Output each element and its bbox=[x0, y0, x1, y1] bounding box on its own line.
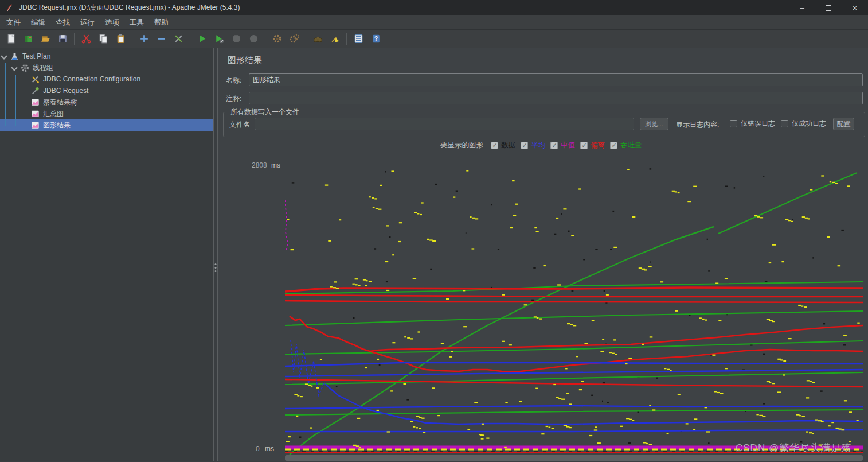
tree-item-察看结果树[interactable]: 察看结果树 bbox=[0, 96, 213, 108]
graph-option-4: 吞吐量 bbox=[610, 141, 642, 150]
graph-option-label: 数据 bbox=[501, 141, 515, 150]
config-icon bbox=[30, 75, 40, 84]
toolbar-separator bbox=[132, 33, 132, 45]
menu-item-2[interactable]: 查找 bbox=[50, 15, 75, 29]
graph-checkbox-偏离[interactable] bbox=[580, 142, 588, 149]
graph-checkbox-吞吐量[interactable] bbox=[610, 142, 617, 149]
menu-item-1[interactable]: 编辑 bbox=[26, 15, 50, 29]
y-axis-min-unit: ms bbox=[265, 445, 274, 453]
name-input[interactable] bbox=[249, 73, 863, 86]
results-graph bbox=[285, 164, 863, 455]
copy-icon[interactable] bbox=[96, 32, 111, 46]
graph-checkbox-平均[interactable] bbox=[521, 142, 528, 149]
menu-item-3[interactable]: 运行 bbox=[75, 15, 100, 29]
menu-item-6[interactable]: 帮助 bbox=[149, 15, 174, 29]
graph-scrollbar[interactable] bbox=[285, 455, 863, 461]
clear-all-icon[interactable] bbox=[287, 32, 302, 46]
tree-item-label: 线程组 bbox=[33, 63, 53, 73]
thread-group-icon bbox=[20, 63, 30, 73]
help-icon[interactable]: ? bbox=[368, 32, 383, 46]
series-throughput-ramp-b bbox=[718, 173, 857, 234]
toolbar-separator bbox=[265, 33, 265, 45]
listener-icon bbox=[30, 109, 40, 119]
tree-item-Test-Plan[interactable]: Test Plan bbox=[0, 51, 213, 62]
log-checkbox-label: 仅错误日志 bbox=[741, 119, 775, 129]
series-deviation-wavy bbox=[370, 350, 863, 372]
close-icon[interactable]: × bbox=[842, 0, 868, 15]
graph-option-label: 吞吐量 bbox=[620, 141, 642, 150]
open-file-icon[interactable] bbox=[38, 32, 53, 46]
function-helper-icon[interactable] bbox=[351, 32, 366, 46]
name-label: 名称: bbox=[226, 76, 241, 86]
tree-item-label: 察看结果树 bbox=[43, 98, 77, 107]
menu-bar: 文件编辑查找运行选项工具帮助 bbox=[0, 15, 868, 30]
series-deviation-3 bbox=[285, 301, 863, 302]
y-axis-max-value: 2808 bbox=[252, 161, 267, 169]
series-throughput-flat-4 bbox=[285, 372, 863, 385]
log-checkbox-1[interactable] bbox=[781, 120, 788, 127]
graph-checkbox-数据[interactable] bbox=[491, 142, 498, 149]
tree-item-label: Test Plan bbox=[22, 52, 50, 60]
graph-option-1: 平均 bbox=[521, 141, 545, 150]
groupbox-title: 所有数据写入一个文件 bbox=[228, 107, 302, 117]
window-controls: – × bbox=[789, 0, 868, 15]
log-option-0: 仅错误日志 bbox=[730, 119, 775, 129]
browse-button[interactable]: 浏览... bbox=[640, 118, 668, 130]
series-throughput-ramp-a bbox=[290, 227, 714, 455]
graph-option-2: 中值 bbox=[550, 141, 575, 150]
tree-item-汇总图[interactable]: 汇总图 bbox=[0, 108, 213, 119]
test-plan-icon bbox=[10, 52, 19, 61]
toolbar-separator bbox=[306, 33, 306, 45]
cut-icon[interactable] bbox=[79, 32, 93, 46]
panel-splitter[interactable] bbox=[213, 48, 218, 461]
subtract-icon[interactable] bbox=[154, 32, 169, 46]
tree-guide-line bbox=[15, 75, 16, 126]
save-icon[interactable] bbox=[55, 32, 70, 46]
splitter-grip-icon[interactable] bbox=[215, 263, 217, 272]
series-average-falling-curve bbox=[325, 384, 863, 424]
graph-option-0: 数据 bbox=[491, 141, 515, 150]
maximize-icon[interactable] bbox=[815, 0, 842, 15]
clear-search-icon[interactable] bbox=[327, 32, 342, 46]
chevron-down-icon[interactable] bbox=[11, 65, 17, 71]
tree-item-JDBC-Request[interactable]: JDBC Request bbox=[0, 85, 213, 96]
graph-checkbox-中值[interactable] bbox=[550, 142, 558, 149]
log-checkbox-0[interactable] bbox=[730, 120, 737, 127]
menu-item-5[interactable]: 工具 bbox=[124, 15, 149, 29]
toolbar: ? bbox=[0, 30, 868, 48]
start-icon[interactable] bbox=[194, 32, 209, 46]
clear-icon[interactable] bbox=[269, 32, 284, 46]
search-icon[interactable] bbox=[310, 32, 325, 46]
add-icon[interactable] bbox=[136, 32, 151, 46]
tree-item-线程组[interactable]: 线程组 bbox=[0, 62, 213, 73]
comment-input[interactable] bbox=[249, 92, 863, 104]
menu-item-0[interactable]: 文件 bbox=[1, 15, 26, 29]
tree-item-label: 汇总图 bbox=[43, 109, 64, 119]
menu-item-4[interactable]: 选项 bbox=[100, 15, 124, 29]
write-results-groupbox: 所有数据写入一个文件 文件名 浏览... 显示日志内容: 仅错误日志 仅成功日志… bbox=[223, 112, 865, 137]
filename-input[interactable] bbox=[255, 118, 634, 130]
tree-item-图形结果[interactable]: 图形结果 bbox=[0, 119, 213, 131]
shutdown-icon[interactable] bbox=[246, 32, 261, 46]
listener-icon bbox=[30, 121, 40, 130]
start-no-timers-icon[interactable] bbox=[212, 32, 226, 46]
templates-icon[interactable] bbox=[21, 32, 36, 46]
y-axis-max-unit: ms bbox=[271, 161, 280, 169]
log-checkbox-label: 仅成功日志 bbox=[792, 119, 826, 129]
watermark-text: CSDN @繁华尽头满是殇 bbox=[736, 441, 851, 455]
y-axis-min-value: 0 bbox=[256, 445, 260, 453]
minimize-icon[interactable]: – bbox=[789, 0, 815, 15]
title-bar: JDBC Request.jmx (D:\桌面\JDBC Request.jmx… bbox=[0, 0, 868, 15]
tree-item-JDBC-Connection-Configuration[interactable]: JDBC Connection Configuration bbox=[0, 73, 213, 85]
test-plan-tree: Test Plan线程组JDBC Connection Configuratio… bbox=[0, 48, 213, 461]
chevron-down-icon[interactable] bbox=[1, 54, 6, 59]
stop-icon[interactable] bbox=[229, 32, 244, 46]
log-content-label: 显示日志内容: bbox=[676, 120, 719, 130]
toggle-icon[interactable] bbox=[171, 32, 186, 46]
graphs-to-display-row: 要显示的图形数据平均中值偏离吞吐量 bbox=[440, 141, 642, 150]
series-average-2 bbox=[285, 370, 863, 376]
configure-button[interactable]: 配置 bbox=[833, 118, 854, 130]
new-file-icon[interactable] bbox=[3, 32, 18, 46]
paste-icon[interactable] bbox=[113, 32, 128, 46]
graph-option-label: 平均 bbox=[531, 141, 545, 150]
